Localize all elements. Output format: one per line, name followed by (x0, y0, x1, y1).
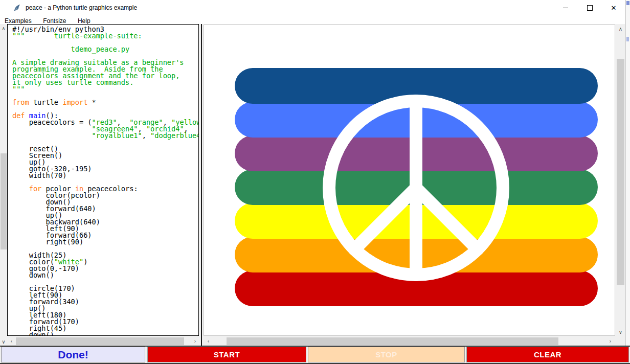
scroll-up-icon[interactable]: ∧ (616, 25, 625, 33)
canvas-vscroll-thumb[interactable] (617, 59, 624, 285)
scroll-right-icon[interactable]: › (606, 337, 614, 346)
code-vscroll-thumb[interactable] (1, 153, 7, 249)
python-feather-icon (13, 4, 21, 12)
turtle-canvas (204, 25, 615, 336)
close-button[interactable]: ✕ (602, 0, 625, 16)
scroll-up-icon[interactable]: ∧ (0, 24, 7, 32)
code-vertical-scrollbar[interactable]: ∧ ∨ (0, 24, 7, 346)
start-button[interactable]: START (147, 347, 306, 362)
canvas-horizontal-scrollbar[interactable]: ‹ › (204, 337, 615, 346)
background-fragment (626, 1, 629, 5)
scroll-down-icon[interactable]: ∨ (0, 337, 7, 346)
status-done-label: Done! (1, 347, 145, 362)
maximize-icon (587, 5, 593, 11)
scroll-left-icon[interactable]: ‹ (8, 337, 15, 346)
clear-button[interactable]: CLEAR (466, 347, 629, 362)
scroll-down-icon[interactable]: ∨ (616, 328, 625, 336)
scroll-left-icon[interactable]: ‹ (205, 337, 212, 346)
background-window-sliver (625, 0, 630, 346)
stop-button[interactable]: STOP (308, 347, 465, 362)
code-text: #!/usr/bin/env python3""" turtle-example… (12, 26, 199, 336)
minimize-icon (563, 8, 568, 8)
menu-bar: Examples Fontsize Help (0, 16, 625, 24)
window-title: peace - a Python turtle graphics example (26, 0, 137, 16)
maximize-button[interactable] (578, 0, 601, 16)
code-viewer[interactable]: #!/usr/bin/env python3""" turtle-example… (7, 24, 199, 336)
code-hscroll-thumb[interactable] (16, 337, 184, 345)
title-bar[interactable]: peace - a Python turtle graphics example… (0, 0, 625, 16)
turtledemo-window: { "window": { "title": "peace - a Python… (0, 0, 630, 364)
canvas-hscroll-thumb[interactable] (227, 337, 558, 345)
background-fragment (626, 37, 629, 41)
code-horizontal-scrollbar[interactable]: ‹ › (7, 337, 199, 346)
scroll-right-icon[interactable]: › (191, 337, 199, 346)
minimize-button[interactable] (554, 0, 577, 16)
close-icon: ✕ (611, 4, 617, 12)
canvas-vertical-scrollbar[interactable]: ∧ ∨ (616, 25, 625, 336)
pane-divider (201, 24, 202, 346)
